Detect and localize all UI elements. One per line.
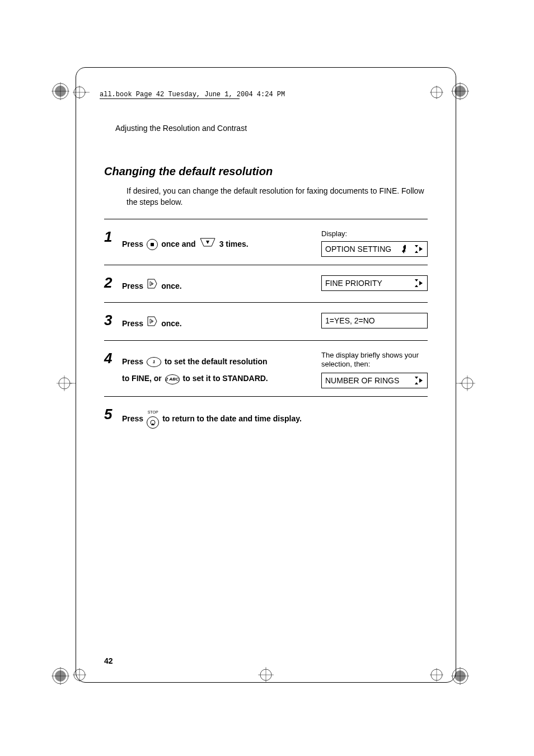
- svg-marker-50: [419, 247, 423, 251]
- intro-text: If desired, you can change the default r…: [127, 186, 428, 208]
- lcd-text: 1=YES, 2=NO: [325, 316, 375, 325]
- svg-marker-60: [415, 377, 418, 379]
- reg-mark-mid-left: [53, 372, 76, 395]
- stop-label: STOP: [148, 409, 158, 416]
- step-4-display: The display briefly shows your selection…: [321, 349, 428, 389]
- steps-list: 1 Press once and 3 times. Display:: [104, 219, 428, 436]
- step-text: once.: [161, 317, 182, 331]
- svg-text:A: A: [151, 282, 153, 285]
- lcd-display: 1=YES, 2=NO: [321, 313, 428, 328]
- step-text: once and: [161, 237, 195, 251]
- svg-text:A: A: [151, 320, 153, 323]
- stop-button-icon: STOP: [147, 409, 159, 429]
- display-note: The display briefly shows your selection…: [321, 351, 428, 370]
- down-arrow-button-icon: [199, 237, 216, 252]
- svg-marker-49: [415, 251, 418, 253]
- step-2: 2 Press A once. FINE PRIORITY: [104, 265, 428, 302]
- step-text: Press: [122, 317, 143, 331]
- key-1-icon: 1: [147, 357, 161, 367]
- step-text: to set it to STANDARD.: [183, 374, 268, 383]
- step-num: 3: [104, 311, 122, 332]
- step-2-text: Press A once.: [122, 273, 321, 294]
- step-3: 3 Press A once. 1=YES, 2=NO: [104, 302, 428, 340]
- svg-marker-61: [415, 382, 418, 384]
- step-1-display: Display: OPTION SETTING: [321, 227, 428, 257]
- lcd-nav-icon: [413, 245, 424, 253]
- step-text: 3 times.: [219, 237, 249, 251]
- lcd-text: NUMBER OF RINGS: [325, 376, 399, 385]
- step-2-display: FINE PRIORITY: [321, 273, 428, 294]
- page: Adjusting the Resolution and Contrast Ch…: [76, 67, 456, 683]
- step-text: to set the default resolution: [165, 357, 268, 366]
- step-num: 2: [104, 273, 122, 294]
- svg-marker-62: [419, 378, 423, 383]
- step-num: 1: [104, 227, 122, 257]
- step-num: 5: [104, 405, 122, 429]
- chapter-header: Adjusting the Resolution and Contrast: [115, 124, 428, 133]
- lcd-display: FINE PRIORITY: [321, 275, 428, 291]
- step-text: to FINE, or: [122, 374, 164, 383]
- step-4: 4 Press 1 to set the default resolution …: [104, 340, 428, 397]
- lcd-display: NUMBER OF RINGS: [321, 373, 428, 388]
- section-title: Changing the default resolution: [104, 165, 428, 178]
- lcd-arrows-icon: [401, 245, 412, 253]
- reg-mark-mid-right: [456, 372, 479, 395]
- svg-marker-56: [419, 281, 423, 285]
- step-num: 4: [104, 349, 122, 389]
- right-arrow-button-icon: A: [147, 315, 158, 332]
- step-text: Press: [122, 279, 143, 293]
- svg-marker-48: [415, 245, 418, 247]
- lcd-text: FINE PRIORITY: [325, 279, 382, 288]
- step-text: Press: [122, 412, 143, 426]
- lcd-nav-icon: [413, 279, 424, 288]
- step-5: 5 Press STOP to return to the date and t…: [104, 396, 428, 436]
- step-text: Press: [122, 237, 143, 251]
- lcd-display: OPTION SETTING: [321, 241, 428, 257]
- function-button-icon: [147, 239, 158, 250]
- svg-marker-55: [415, 285, 418, 287]
- lcd-text: OPTION SETTING: [325, 245, 391, 253]
- page-number: 42: [104, 656, 113, 665]
- key-2-icon: 2 ABC: [165, 374, 180, 384]
- step-text: once.: [161, 279, 182, 293]
- svg-marker-41: [206, 241, 209, 244]
- step-4-text: Press 1 to set the default resolution to…: [122, 349, 321, 389]
- lcd-nav-icon: [413, 376, 424, 385]
- svg-marker-54: [415, 279, 418, 281]
- step-text: to return to the date and time display.: [162, 412, 302, 426]
- step-3-display: 1=YES, 2=NO: [321, 311, 428, 332]
- display-label: Display:: [321, 229, 428, 238]
- step-text: Press: [122, 357, 146, 366]
- step-1: 1 Press once and 3 times. Display:: [104, 219, 428, 265]
- step-3-text: Press A once.: [122, 311, 321, 332]
- right-arrow-button-icon: A: [147, 278, 158, 294]
- step-1-text: Press once and 3 times.: [122, 227, 321, 257]
- step-5-text: Press STOP to return to the date and tim…: [122, 405, 428, 429]
